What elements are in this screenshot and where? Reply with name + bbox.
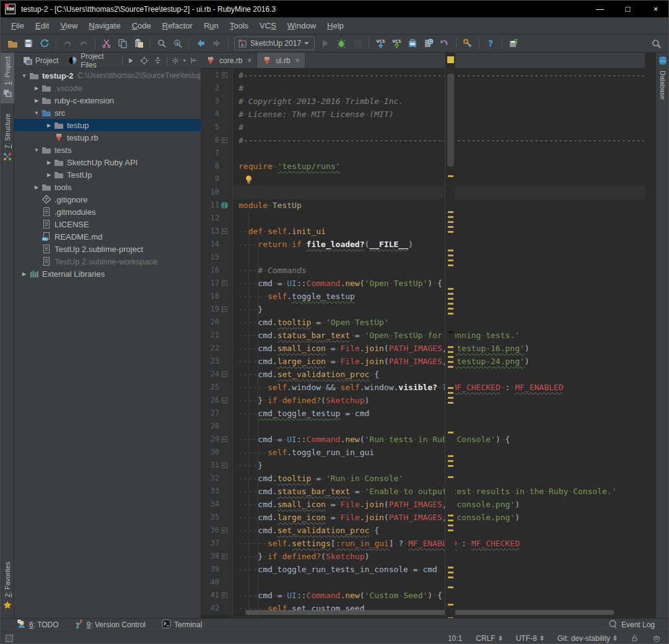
fold-collapse-icon[interactable]: − xyxy=(222,593,227,598)
editor-gutter[interactable]: 25 xyxy=(201,381,233,394)
warning-stripe-mark[interactable] xyxy=(448,366,453,368)
warning-stripe-mark[interactable] xyxy=(448,577,453,578)
rollback-button[interactable] xyxy=(437,36,452,51)
warning-stripe-mark[interactable] xyxy=(448,303,453,305)
fold-end-icon[interactable]: − xyxy=(222,463,227,468)
event-log-button[interactable]: Event Log xyxy=(608,620,655,630)
cut-button[interactable] xyxy=(99,36,114,51)
menu-edit[interactable]: Edit xyxy=(30,19,55,33)
expanded-arrow-icon[interactable]: ▼ xyxy=(19,73,29,79)
warning-stripe-mark[interactable] xyxy=(448,231,453,233)
tool-window-button-terminal[interactable]: Terminal xyxy=(162,619,202,630)
tab-project-files[interactable]: Project Files xyxy=(63,53,120,72)
editor-gutter[interactable]: 10 xyxy=(201,186,233,199)
editor-gutter[interactable]: 6− xyxy=(201,134,233,147)
editor-gutter[interactable]: 12 xyxy=(201,212,233,225)
editor-gutter[interactable]: 41− xyxy=(201,589,233,602)
tree-item[interactable]: ▶.vscode xyxy=(14,82,201,94)
fold-marker[interactable]: − xyxy=(219,398,229,403)
caret-position[interactable]: 10:1 xyxy=(448,634,462,643)
settings-button[interactable] xyxy=(460,36,475,51)
tree-item[interactable]: testup.rb xyxy=(14,131,201,144)
editor-gutter[interactable]: 38− xyxy=(201,550,233,563)
readonly-lock-icon[interactable] xyxy=(631,634,639,642)
tool-window-quick-access-icon[interactable] xyxy=(6,635,13,642)
editor-gutter[interactable]: 1− xyxy=(201,69,233,82)
maximize-button[interactable]: □ xyxy=(614,1,642,17)
editor-gutter[interactable]: 34 xyxy=(201,498,233,511)
warning-stripe-mark[interactable] xyxy=(448,356,453,358)
warning-stripe-mark[interactable] xyxy=(448,361,453,363)
fold-marker[interactable]: − xyxy=(219,137,229,143)
warning-stripe-mark[interactable] xyxy=(448,586,453,588)
collapsed-arrow-icon[interactable]: ▶ xyxy=(32,98,42,103)
editor-gutter[interactable]: 36− xyxy=(201,524,233,537)
editor-gutter[interactable]: 9 xyxy=(201,173,233,186)
tree-item[interactable]: TestUp 2.sublime-workspace xyxy=(14,255,201,268)
collapsed-arrow-icon[interactable]: ▶ xyxy=(44,172,54,178)
warning-stripe-mark[interactable] xyxy=(448,351,453,353)
forward-button[interactable] xyxy=(209,36,224,51)
code-editor[interactable]: 1−#-------------------------------------… xyxy=(201,69,645,618)
find-button[interactable] xyxy=(154,36,169,51)
intention-bulb-icon[interactable] xyxy=(245,175,252,185)
editor-gutter[interactable]: 42 xyxy=(201,602,233,615)
expanded-arrow-icon[interactable]: ▼ xyxy=(32,110,42,116)
coverage-button[interactable] xyxy=(350,36,365,51)
synchronize-button[interactable] xyxy=(37,36,52,51)
fold-end-icon[interactable]: − xyxy=(222,137,227,143)
editor-gutter[interactable]: 20 xyxy=(201,316,233,329)
save-all-button[interactable] xyxy=(21,36,36,51)
inspection-status-square[interactable] xyxy=(447,56,454,63)
fold-end-icon[interactable]: − xyxy=(222,398,227,403)
tree-item[interactable]: MDREADME.md xyxy=(14,230,201,243)
close-button[interactable]: × xyxy=(642,1,669,17)
warning-stripe-mark[interactable] xyxy=(448,259,453,261)
editor-gutter[interactable]: 32 xyxy=(201,472,233,485)
tool-window-button-favorites[interactable]: 2: Favorites xyxy=(1,558,14,616)
warning-stripe-mark[interactable] xyxy=(448,313,453,315)
menu-view[interactable]: View xyxy=(55,19,83,33)
module-gutter-icon[interactable] xyxy=(219,201,229,209)
horizontal-scrollbar-thumb[interactable] xyxy=(245,610,614,615)
editor-gutter[interactable]: 37 xyxy=(201,537,233,550)
replace-button[interactable]: A xyxy=(170,36,185,51)
editor-tab-ui-rb[interactable]: ui.rb× xyxy=(257,53,305,68)
vcs-commit-button[interactable]: VCS xyxy=(389,36,404,51)
error-stripe[interactable] xyxy=(445,53,455,618)
editor-gutter[interactable]: 35 xyxy=(201,511,233,524)
fold-marker[interactable]: − xyxy=(219,593,229,598)
warning-stripe-mark[interactable] xyxy=(448,515,453,516)
warning-stripe-mark[interactable] xyxy=(448,476,453,478)
warning-stripe-mark[interactable] xyxy=(448,572,453,573)
collapsed-arrow-icon[interactable]: ▶ xyxy=(19,271,29,277)
editor-tab-core-rb[interactable]: core.rb× xyxy=(201,53,257,68)
editor-gutter[interactable]: 26− xyxy=(201,394,233,407)
vertical-scrollbar-thumb[interactable] xyxy=(447,74,454,167)
warning-stripe-mark[interactable] xyxy=(448,529,453,531)
editor-gutter[interactable]: 3 xyxy=(201,95,233,108)
warning-stripe-mark[interactable] xyxy=(448,226,453,228)
close-tab-icon[interactable]: × xyxy=(247,56,251,65)
open-button[interactable] xyxy=(5,36,20,51)
encoding-selector[interactable]: UTF-8 xyxy=(516,634,544,643)
editor-gutter[interactable]: 27 xyxy=(201,407,233,420)
editor-gutter[interactable]: 8 xyxy=(201,160,233,173)
tree-item[interactable]: ▼src xyxy=(14,107,201,119)
fold-marker[interactable]: − xyxy=(219,463,229,468)
fold-end-icon[interactable]: − xyxy=(222,307,227,312)
warning-stripe-mark[interactable] xyxy=(448,288,453,290)
editor-gutter[interactable]: 5 xyxy=(201,121,233,134)
tool-window-button-database[interactable]: Database xyxy=(656,53,669,103)
editor-gutter[interactable]: 22 xyxy=(201,342,233,355)
fold-collapse-icon[interactable]: − xyxy=(222,228,227,234)
tool-window-button-vcs[interactable]: 9: Version Control xyxy=(75,619,146,630)
fold-marker[interactable]: − xyxy=(219,528,229,533)
tool-window-button-structure[interactable]: 7: Structure xyxy=(1,110,14,167)
tree-item[interactable]: ▶SketchUp Ruby API xyxy=(14,156,201,168)
hector-inspections-icon[interactable] xyxy=(652,634,661,643)
fold-marker[interactable]: − xyxy=(219,437,229,442)
fold-collapse-icon[interactable]: − xyxy=(222,281,227,286)
history-button[interactable] xyxy=(421,36,436,51)
project-tree[interactable]: ▼testup-2C:\Users\tthomas2\SourceTree\te… xyxy=(14,69,201,618)
